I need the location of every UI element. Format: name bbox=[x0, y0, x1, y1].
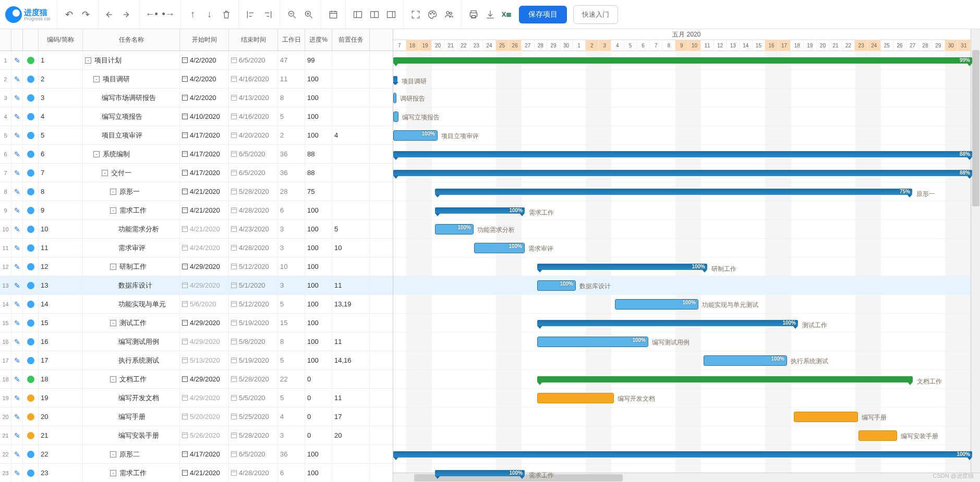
predecessor-cell[interactable] bbox=[332, 201, 370, 219]
pencil-icon[interactable]: ✎ bbox=[14, 356, 20, 365]
code-cell[interactable]: 3 bbox=[39, 89, 83, 107]
predecessor-cell[interactable] bbox=[332, 107, 370, 126]
table-row[interactable]: 19✎19编写开发文档4/29/20205/5/20205011 bbox=[0, 389, 393, 407]
progress-cell[interactable]: 100 bbox=[305, 464, 332, 482]
edit-cell[interactable]: ✎ bbox=[11, 332, 23, 351]
code-cell[interactable]: 19 bbox=[39, 389, 83, 407]
edit-cell[interactable]: ✎ bbox=[11, 257, 23, 276]
palette-icon[interactable] bbox=[427, 9, 438, 20]
predecessor-cell[interactable] bbox=[332, 182, 370, 201]
table-row[interactable]: 17✎17执行系统测试5/13/20205/19/2020510014,16 bbox=[0, 351, 393, 370]
table-row[interactable]: 22✎22-原形二4/17/20206/5/202036100 bbox=[0, 445, 393, 464]
start-cell[interactable]: 4/17/2020 bbox=[180, 445, 229, 463]
start-cell[interactable]: 4/10/2020 bbox=[180, 107, 229, 126]
start-cell[interactable]: 4/21/2020 bbox=[180, 220, 229, 238]
table-row[interactable]: 15✎15-测试工作4/29/20205/19/202015100 bbox=[0, 314, 393, 332]
gantt-bar[interactable]: 100%数据库设计 bbox=[537, 280, 576, 291]
start-cell[interactable]: 4/29/2020 bbox=[180, 370, 229, 388]
table-row[interactable]: 2✎2-项目调研4/2/20204/16/202011100 bbox=[0, 70, 393, 89]
gantt-bar[interactable]: 100%项目立项审评 bbox=[393, 130, 438, 141]
pencil-icon[interactable]: ✎ bbox=[14, 469, 20, 477]
pencil-icon[interactable]: ✎ bbox=[14, 169, 20, 177]
excel-icon[interactable]: X≣ bbox=[501, 9, 513, 20]
col-end[interactable]: 结束时间 bbox=[229, 29, 278, 51]
predecessor-cell[interactable]: 4 bbox=[332, 126, 370, 144]
edit-cell[interactable]: ✎ bbox=[11, 426, 23, 444]
pencil-icon[interactable]: ✎ bbox=[14, 338, 20, 346]
name-cell[interactable]: -系统编制 bbox=[83, 145, 180, 163]
name-cell[interactable]: 项目立项审评 bbox=[83, 126, 180, 144]
gantt-bar[interactable]: 99% bbox=[393, 57, 972, 64]
edit-cell[interactable]: ✎ bbox=[11, 89, 23, 107]
col-predecessor[interactable]: 前置任务 bbox=[332, 29, 370, 51]
end-cell[interactable]: 4/16/2020 bbox=[229, 107, 278, 126]
predecessor-cell[interactable] bbox=[332, 145, 370, 163]
predecessor-cell[interactable]: 13,19 bbox=[332, 295, 370, 313]
predecessor-cell[interactable] bbox=[332, 257, 370, 276]
end-cell[interactable]: 5/8/2020 bbox=[229, 332, 278, 351]
end-cell[interactable]: 6/5/2020 bbox=[229, 145, 278, 163]
pencil-icon[interactable]: ✎ bbox=[14, 431, 20, 440]
col-start[interactable]: 开始时间 bbox=[180, 29, 229, 51]
predecessor-cell[interactable]: 17 bbox=[332, 407, 370, 426]
table-row[interactable]: 14✎14功能实现与单元5/6/20205/12/2020510013,19 bbox=[0, 295, 393, 314]
gantt-bar[interactable]: 88% bbox=[393, 170, 972, 176]
code-cell[interactable]: 22 bbox=[39, 445, 83, 463]
end-cell[interactable]: 6/5/2020 bbox=[229, 164, 278, 182]
code-cell[interactable]: 7 bbox=[39, 164, 83, 182]
expand-icon[interactable]: - bbox=[110, 470, 116, 476]
col-progress[interactable]: 进度% bbox=[305, 29, 332, 51]
start-cell[interactable]: 4/29/2020 bbox=[180, 389, 229, 407]
table-row[interactable]: 9✎9-需求工作4/21/20204/28/20206100 bbox=[0, 201, 393, 220]
table-row[interactable]: 11✎11需求审评4/24/20204/28/2020310010 bbox=[0, 239, 393, 257]
fullscreen-icon[interactable] bbox=[410, 9, 421, 20]
end-cell[interactable]: 5/25/2020 bbox=[229, 407, 278, 426]
name-cell[interactable]: -文档工作 bbox=[83, 370, 180, 388]
start-cell[interactable]: 4/17/2020 bbox=[180, 126, 229, 144]
end-cell[interactable]: 5/19/2020 bbox=[229, 314, 278, 332]
pencil-icon[interactable]: ✎ bbox=[14, 225, 20, 233]
predecessor-cell[interactable]: 11 bbox=[332, 332, 370, 351]
expand-icon[interactable]: - bbox=[110, 264, 116, 270]
edit-cell[interactable]: ✎ bbox=[11, 276, 23, 294]
expand-icon[interactable]: - bbox=[110, 207, 116, 214]
start-cell[interactable]: 4/29/2020 bbox=[180, 257, 229, 276]
indent-icon[interactable] bbox=[122, 9, 133, 20]
gantt-bar[interactable]: 100%功能实现与单元测试 bbox=[615, 299, 698, 310]
align-end-icon[interactable] bbox=[262, 9, 273, 20]
pencil-icon[interactable]: ✎ bbox=[14, 113, 20, 121]
progress-cell[interactable]: 99 bbox=[305, 51, 332, 69]
progress-cell[interactable]: 100 bbox=[305, 445, 332, 463]
move-down-icon[interactable]: ↓ bbox=[204, 9, 215, 20]
code-cell[interactable]: 12 bbox=[39, 257, 83, 276]
progress-cell[interactable]: 75 bbox=[305, 182, 332, 201]
gantt-bar[interactable]: 编写手册 bbox=[794, 412, 858, 422]
end-cell[interactable]: 4/28/2020 bbox=[229, 464, 278, 482]
pencil-icon[interactable]: ✎ bbox=[14, 75, 20, 83]
predecessor-cell[interactable] bbox=[332, 89, 370, 107]
start-cell[interactable]: 4/21/2020 bbox=[180, 182, 229, 201]
table-row[interactable]: 23✎23-需求工作4/21/20204/28/20206100 bbox=[0, 464, 393, 482]
progress-cell[interactable]: 100 bbox=[305, 314, 332, 332]
progress-cell[interactable]: 100 bbox=[305, 126, 332, 144]
pencil-icon[interactable]: ✎ bbox=[14, 188, 20, 196]
edit-cell[interactable]: ✎ bbox=[11, 107, 23, 126]
progress-cell[interactable]: 100 bbox=[305, 332, 332, 351]
gantt-bar[interactable]: 100%需求工作 bbox=[435, 470, 525, 476]
table-row[interactable]: 21✎21编写安装手册5/26/20205/28/20203020 bbox=[0, 426, 393, 445]
edit-cell[interactable]: ✎ bbox=[11, 314, 23, 332]
download-icon[interactable] bbox=[485, 9, 496, 20]
edit-cell[interactable]: ✎ bbox=[11, 389, 23, 407]
gantt-bar[interactable]: 编写立项报告 bbox=[393, 112, 398, 122]
expand-icon[interactable]: - bbox=[110, 320, 116, 326]
start-cell[interactable]: 5/26/2020 bbox=[180, 426, 229, 444]
delete-icon[interactable] bbox=[221, 9, 232, 20]
name-cell[interactable]: 功能需求分析 bbox=[83, 220, 180, 238]
end-cell[interactable]: 5/5/2020 bbox=[229, 389, 278, 407]
expand-icon[interactable]: - bbox=[110, 189, 116, 195]
end-cell[interactable]: 4/16/2020 bbox=[229, 70, 278, 88]
start-cell[interactable]: 5/13/2020 bbox=[180, 351, 229, 369]
progress-cell[interactable]: 100 bbox=[305, 257, 332, 276]
table-row[interactable]: 13✎13数据库设计4/29/20205/1/2020310011 bbox=[0, 276, 393, 295]
edit-cell[interactable]: ✎ bbox=[11, 295, 23, 313]
